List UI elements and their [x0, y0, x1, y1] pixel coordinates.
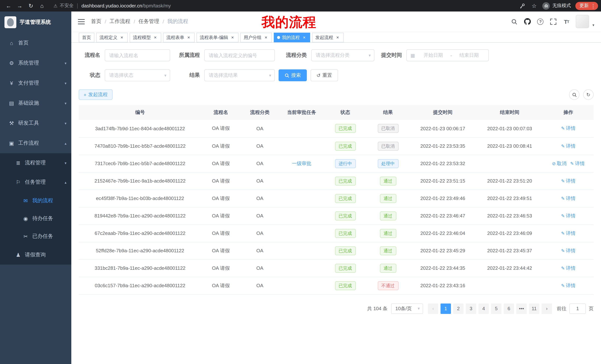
detail-link[interactable]: ✎详情 [561, 282, 576, 289]
breadcrumb-item[interactable]: 工作流程 [110, 18, 130, 25]
detail-link[interactable]: ✎详情 [561, 195, 576, 202]
search-icon[interactable] [511, 18, 518, 26]
close-icon[interactable]: × [186, 35, 191, 40]
page-button-5[interactable]: 5 [491, 303, 501, 314]
help-icon[interactable]: ? [537, 18, 544, 26]
user-icon: ♟ [15, 252, 21, 258]
detail-link[interactable]: ✎详情 [561, 212, 576, 219]
close-icon[interactable]: × [153, 35, 158, 40]
close-icon[interactable]: × [302, 35, 307, 40]
reset-button[interactable]: ↺ 重置 [311, 69, 338, 81]
cell-name: OA 请假 [201, 277, 240, 294]
detail-link[interactable]: ✎详情 [561, 265, 576, 271]
page-size-select[interactable]: 10条/页 ▾ [391, 303, 423, 314]
page-ellipsis[interactable]: ••• [516, 303, 527, 314]
hamburger-icon[interactable] [77, 18, 85, 26]
cell-status: 已完成 [324, 259, 367, 277]
status-select[interactable]: 请选择状态 ▾ [105, 69, 170, 81]
tab-my-process[interactable]: 我的流程× [274, 33, 310, 42]
security-section[interactable]: ⚠ 不安全 [53, 3, 74, 9]
github-icon[interactable] [524, 18, 531, 26]
sidebar-item-infrastructure[interactable]: ▤基础设施▾ [0, 93, 71, 113]
kebab-menu-icon[interactable]: ⋮ [591, 3, 596, 8]
fullscreen-icon[interactable] [550, 18, 557, 26]
tab-process-definition[interactable]: 流程定义× [96, 33, 128, 42]
page-button-1[interactable]: 1 [441, 303, 451, 314]
detail-link[interactable]: ✎详情 [570, 160, 585, 167]
cell-category: OA [240, 155, 279, 172]
search-button[interactable]: 搜索 [279, 69, 307, 81]
page-button-4[interactable]: 4 [478, 303, 489, 314]
process-name-input[interactable] [105, 49, 170, 61]
process-table: 编号流程名流程分类当前审批任务状态结果提交时间结束时间操作 3ad174fb-7… [79, 105, 594, 294]
chevron-down-icon[interactable]: ▾ [592, 23, 594, 28]
sidebar-item-done-tasks[interactable]: ✂已办任务 [0, 228, 71, 245]
sidebar-item-my-process[interactable]: ✉我的流程 [0, 192, 71, 210]
page-button-3[interactable]: 3 [466, 303, 476, 314]
tools-icon: ⚒ [8, 120, 15, 126]
process-id-input[interactable] [204, 49, 275, 61]
page-button-2[interactable]: 2 [453, 303, 464, 314]
detail-link[interactable]: ✎详情 [561, 143, 576, 149]
category-select[interactable]: 请选择流程分类 ▾ [311, 49, 374, 61]
cancel-link[interactable]: ⊘取消 [552, 160, 566, 167]
address-bar[interactable]: dashboard.yudao.iocoder.cn/bpm/task/my [81, 3, 171, 9]
close-icon[interactable]: × [119, 35, 124, 40]
detail-link[interactable]: ✎详情 [561, 178, 576, 184]
breadcrumb-item[interactable]: 任务管理 [139, 18, 159, 25]
avatar[interactable] [576, 15, 589, 28]
result-placeholder: 请选择流结果 [209, 72, 238, 79]
refresh-button[interactable]: ↻ [583, 89, 594, 100]
app-logo [4, 16, 16, 28]
browser-home-icon[interactable]: ⌂ [37, 1, 47, 10]
page-button-6[interactable]: 6 [504, 303, 514, 314]
status-tag: 已完成 [335, 194, 356, 203]
submit-time-range-picker[interactable]: ▦ 开始日期 - 结束日期 [406, 49, 489, 61]
sidebar-item-payment-management[interactable]: ¥支付管理▾ [0, 73, 71, 93]
sidebar-item-task-management[interactable]: ⚐任务管理▴ [0, 172, 71, 192]
reset-icon: ↺ [316, 73, 321, 78]
next-page-button[interactable]: › [541, 303, 552, 314]
cell-status: 已完成 [324, 190, 367, 207]
tab-process-model[interactable]: 流程模型× [130, 33, 161, 42]
key-icon[interactable] [519, 2, 526, 10]
sidebar-item-process-management[interactable]: ≣流程管理▾ [0, 153, 71, 172]
tab-process-form-edit[interactable]: 流程表单-编辑× [197, 33, 239, 42]
update-button[interactable]: 更新 ⋮ [575, 2, 598, 10]
chevron-down-icon: ▾ [65, 101, 67, 105]
font-size-icon[interactable]: TT [563, 18, 570, 26]
status-tag: 已完成 [335, 264, 356, 273]
close-icon[interactable]: × [263, 35, 269, 40]
sidebar-item-system-management[interactable]: ⚙系统管理▾ [0, 53, 71, 73]
chevron-up-icon: ▴ [65, 180, 67, 184]
breadcrumb-item[interactable]: 首页 [91, 18, 101, 25]
tab-start-process[interactable]: 发起流程× [312, 33, 344, 42]
detail-link[interactable]: ✎详情 [561, 125, 576, 132]
sidebar-item-leave-query[interactable]: ♟请假查询 [0, 245, 71, 265]
sidebar-item-devtools[interactable]: ⚒研发工具▾ [0, 113, 71, 133]
app-logo-row[interactable]: 芋道管理系统 [0, 11, 71, 33]
detail-link[interactable]: ✎详情 [561, 247, 576, 254]
forward-icon[interactable]: → [15, 1, 25, 10]
tab-user-group[interactable]: 用户分组× [240, 33, 272, 42]
current-task-link[interactable]: 一级审批 [292, 160, 311, 167]
sidebar-item-workflow[interactable]: ▣工作流程▴ [0, 133, 71, 153]
result-select[interactable]: 请选择流结果 ▾ [204, 69, 275, 81]
sidebar-item-todo-tasks[interactable]: ◉待办任务 [0, 210, 71, 228]
close-icon[interactable]: × [230, 35, 235, 40]
back-icon[interactable]: ← [4, 1, 13, 10]
page-button-11[interactable]: 11 [529, 303, 539, 314]
start-process-button[interactable]: + 发起流程 [79, 89, 112, 100]
cell-name: OA 请假 [201, 120, 240, 137]
reload-icon[interactable]: ↻ [26, 1, 36, 10]
close-icon[interactable]: × [335, 35, 340, 40]
prev-page-button[interactable]: ‹ [428, 303, 438, 314]
tab-process-form[interactable]: 流程表单× [163, 33, 195, 42]
tab-home[interactable]: 首页 [79, 33, 94, 42]
cell-result: 处理中 [367, 155, 409, 172]
sidebar-item-home[interactable]: ⌂首页 [0, 33, 71, 53]
toggle-search-button[interactable] [569, 89, 580, 100]
star-icon[interactable]: ☆ [531, 2, 538, 10]
detail-link[interactable]: ✎详情 [561, 230, 576, 237]
goto-page-input[interactable] [570, 303, 586, 314]
